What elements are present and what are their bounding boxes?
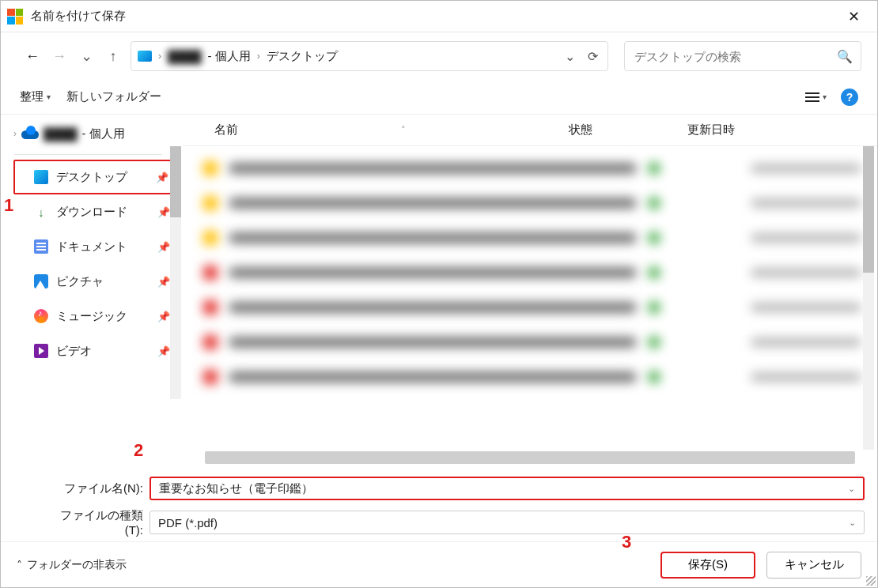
sidebar-item-label: ピクチャ xyxy=(56,274,104,289)
save-as-dialog: 名前を付けて保存 ✕ ← → ⌄ ↑ › ████ - 個人用 › デスクトップ… xyxy=(0,0,878,588)
refresh-icon[interactable]: ⟳ xyxy=(585,49,601,64)
back-icon[interactable]: ← xyxy=(23,47,42,66)
tree-root-onedrive[interactable]: › ████ - 個人用 xyxy=(13,118,176,149)
organize-label: 整理 xyxy=(20,89,44,104)
folder-icon xyxy=(138,51,152,62)
filetype-select[interactable]: PDF (*.pdf) ⌄ xyxy=(149,511,865,534)
toolbar: 整理 ▾ 新しいフォルダー ▾ ? xyxy=(1,80,877,115)
sidebar-item-pictures[interactable]: ピクチャ 📌 xyxy=(13,264,176,299)
address-bar[interactable]: › ████ - 個人用 › デスクトップ ⌄ ⟳ xyxy=(131,41,608,71)
sidebar-item-desktop[interactable]: デスクトップ 📌 xyxy=(13,160,176,194)
help-icon[interactable]: ? xyxy=(841,89,858,106)
tree-root-hidden: ████ xyxy=(44,127,78,141)
save-fields: ファイル名(N): 重要なお知らせ（電子印鑑） ⌄ ファイルの種類(T): PD… xyxy=(1,469,877,541)
column-header-name[interactable]: 名前 xyxy=(214,122,238,138)
search-input[interactable] xyxy=(633,49,837,64)
crumb-personal[interactable]: - 個人用 xyxy=(208,49,251,64)
sort-asc-icon[interactable]: ˄ xyxy=(401,125,406,135)
listing-scrollbar[interactable] xyxy=(863,146,874,450)
chevron-down-icon[interactable]: ⌄ xyxy=(848,484,855,494)
main-area: › ████ - 個人用 デスクトップ 📌 ↓ ダウンロード 📌 ドキュメント … xyxy=(1,115,877,469)
document-icon xyxy=(34,239,48,254)
chevron-down-icon[interactable]: ⌄ xyxy=(562,49,578,64)
cancel-button[interactable]: キャンセル xyxy=(766,552,861,579)
resize-grip-icon[interactable] xyxy=(866,576,876,586)
sidebar-item-label: ミュージック xyxy=(56,309,127,324)
filetype-value: PDF (*.pdf) xyxy=(158,516,218,530)
filename-input[interactable]: 重要なお知らせ（電子印鑑） ⌄ xyxy=(149,477,865,500)
caret-down-icon: ▾ xyxy=(47,92,51,101)
crumb-sep-icon: › xyxy=(158,51,161,62)
search-icon[interactable]: 🔍 xyxy=(837,49,853,64)
sidebar-item-label: ビデオ xyxy=(56,344,92,359)
filetype-label: ファイルの種類(T): xyxy=(56,508,143,537)
organize-button[interactable]: 整理 ▾ xyxy=(20,89,51,104)
column-header-date[interactable]: 更新日時 xyxy=(687,122,861,138)
view-button[interactable]: ▾ xyxy=(805,92,827,102)
sidebar-item-label: デスクトップ xyxy=(56,170,127,185)
file-rows-blurred xyxy=(183,146,877,450)
pictures-icon xyxy=(34,274,48,288)
window-title: 名前を付けて保存 xyxy=(31,9,126,24)
close-icon[interactable]: ✕ xyxy=(836,1,871,32)
crumb-hidden[interactable]: ████ xyxy=(168,50,202,63)
column-header-state[interactable]: 状態 xyxy=(569,122,679,138)
nav-tree: › ████ - 個人用 デスクトップ 📌 ↓ ダウンロード 📌 ドキュメント … xyxy=(1,115,183,469)
listing-hscrollbar[interactable] xyxy=(205,451,855,464)
list-view-icon xyxy=(805,92,819,102)
pin-icon[interactable]: 📌 xyxy=(157,311,170,322)
crumb-sep-icon: › xyxy=(257,51,260,62)
chevron-up-icon: ˄ xyxy=(17,559,22,571)
pin-icon[interactable]: 📌 xyxy=(156,172,168,183)
sidebar-item-documents[interactable]: ドキュメント 📌 xyxy=(13,229,176,264)
chevron-down-icon[interactable]: ⌄ xyxy=(849,518,856,528)
sidebar-item-music[interactable]: ミュージック 📌 xyxy=(13,299,176,334)
history-chevron-icon[interactable]: ⌄ xyxy=(77,47,96,66)
dialog-footer: ˄ フォルダーの非表示 保存(S) キャンセル xyxy=(1,541,877,587)
nav-bar: ← → ⌄ ↑ › ████ - 個人用 › デスクトップ ⌄ ⟳ 🔍 xyxy=(1,32,877,80)
new-folder-button[interactable]: 新しいフォルダー xyxy=(66,89,161,104)
crumb-current[interactable]: デスクトップ xyxy=(267,49,338,64)
onedrive-icon xyxy=(21,128,39,139)
scrollbar-thumb[interactable] xyxy=(170,146,181,217)
chevron-right-icon[interactable]: › xyxy=(13,128,17,139)
sidebar-item-videos[interactable]: ビデオ 📌 xyxy=(13,334,176,368)
music-icon xyxy=(34,309,48,323)
column-header-row: 名前 ˄ 状態 更新日時 xyxy=(183,115,877,146)
filename-label: ファイル名(N): xyxy=(56,481,143,496)
pin-icon[interactable]: 📌 xyxy=(157,241,170,253)
app-icon xyxy=(7,9,23,24)
download-icon: ↓ xyxy=(34,205,48,219)
sidebar-item-downloads[interactable]: ↓ ダウンロード 📌 xyxy=(13,194,176,229)
sidebar-item-label: ドキュメント xyxy=(56,239,127,254)
tree-scrollbar[interactable] xyxy=(170,146,181,399)
hide-folders-label: フォルダーの非表示 xyxy=(27,558,127,572)
search-box[interactable]: 🔍 xyxy=(624,41,861,71)
tree-root-personal: - 個人用 xyxy=(82,126,125,141)
filename-value: 重要なお知らせ（電子印鑑） xyxy=(159,481,313,496)
sidebar-item-label: ダウンロード xyxy=(56,205,127,220)
pin-icon[interactable]: 📌 xyxy=(157,276,170,288)
hide-folders-button[interactable]: ˄ フォルダーの非表示 xyxy=(17,558,127,572)
caret-down-icon: ▾ xyxy=(823,92,827,101)
pin-icon[interactable]: 📌 xyxy=(157,345,170,357)
file-listing: 名前 ˄ 状態 更新日時 xyxy=(183,115,877,469)
up-icon[interactable]: ↑ xyxy=(104,47,123,66)
forward-icon[interactable]: → xyxy=(50,47,69,66)
video-icon xyxy=(34,344,48,358)
pin-icon[interactable]: 📌 xyxy=(157,206,170,218)
save-button[interactable]: 保存(S) xyxy=(660,552,755,579)
scrollbar-thumb[interactable] xyxy=(863,146,874,273)
title-bar: 名前を付けて保存 ✕ xyxy=(1,1,877,32)
desktop-icon xyxy=(34,170,48,184)
